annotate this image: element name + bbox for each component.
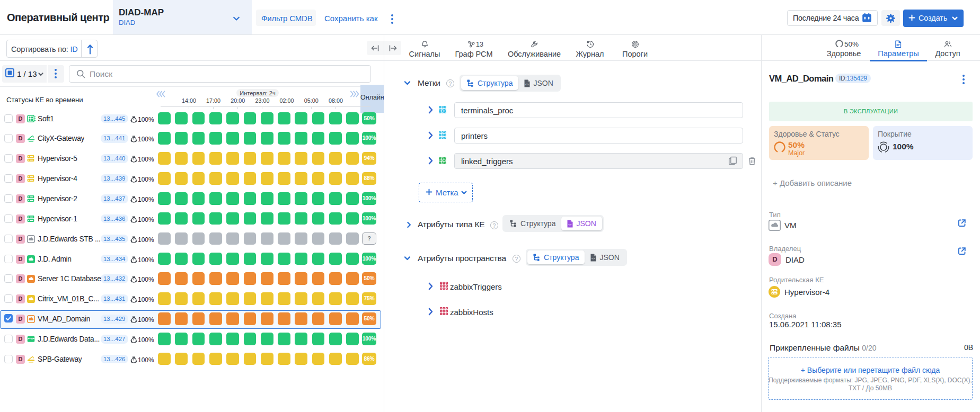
svg-text:<>: <> [525, 83, 528, 86]
svg-text:<>: <> [591, 257, 595, 260]
svg-text:<>: <> [568, 223, 571, 226]
